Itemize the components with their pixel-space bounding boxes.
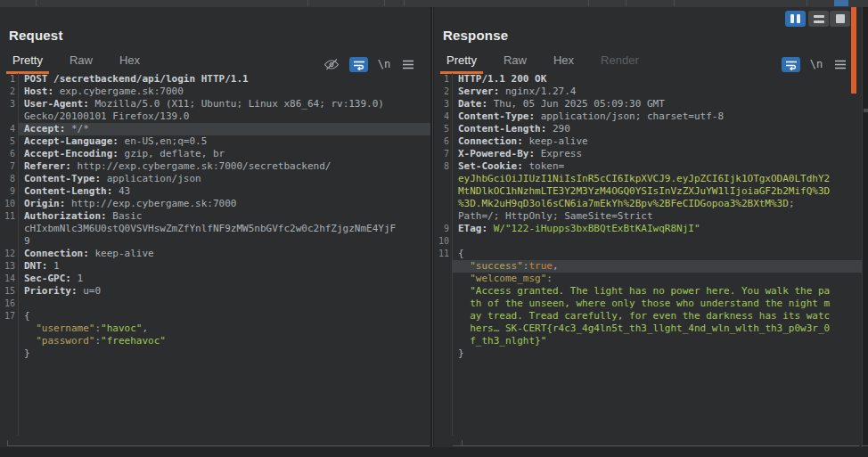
line-number <box>0 322 19 335</box>
code-line: 6Accept-Encoding: gzip, deflate, br <box>0 148 430 160</box>
code-text: th of the unseen, where only those who u… <box>453 298 862 310</box>
tab-pretty[interactable]: Pretty <box>12 51 43 69</box>
code-line: 17{ <box>0 310 430 322</box>
line-number <box>0 223 19 235</box>
panel-splitter[interactable] <box>432 7 433 447</box>
code-text: hers… SK-CERT{r4c3_4g4ln5t_th3_llght_4nd… <box>453 322 862 335</box>
code-line: "success":true, <box>434 260 862 273</box>
code-line: 7X-Powered-By: Express <box>434 148 862 160</box>
layout-columns-button[interactable] <box>785 11 806 27</box>
column-divider[interactable] <box>588 0 589 6</box>
code-line: "welcome_msg": <box>434 273 862 285</box>
layout-rows-button[interactable] <box>808 11 829 27</box>
code-line: "username":"havoc", <box>0 322 430 335</box>
line-number: 7 <box>0 160 19 173</box>
code-line: 13DNT: 1 <box>0 260 430 273</box>
code-line: Gecko/20100101 Firefox/139.0 <box>0 110 430 123</box>
line-number <box>434 310 453 322</box>
tab-hex[interactable]: Hex <box>119 51 140 69</box>
code-line: 9Content-Length: 43 <box>0 185 430 198</box>
column-divider[interactable] <box>807 0 807 6</box>
newline-toggle[interactable]: \n <box>377 58 391 70</box>
code-text: Connection: keep-alive <box>19 248 430 260</box>
code-text: "welcome_msg": <box>453 273 862 285</box>
code-text: DNT: 1 <box>19 260 430 273</box>
layout-single-button[interactable] <box>830 11 850 27</box>
newline-label: \n <box>378 58 390 70</box>
code-line: 10 <box>434 235 862 248</box>
code-text: } <box>19 347 430 360</box>
code-text: Path=/; HttpOnly; SameSite=Strict <box>453 210 862 223</box>
code-text: Origin: http://exp.cybergame.sk:7000 <box>19 198 430 210</box>
line-number: 3 <box>434 98 453 110</box>
repeater-screen: Request PrettyRawHex \n 1POST /sec <box>0 0 868 457</box>
code-line: 5Accept-Language: en-US,en;q=0.5 <box>0 135 430 148</box>
tab-hex[interactable]: Hex <box>553 51 574 69</box>
newline-toggle[interactable]: \n <box>809 58 823 70</box>
code-text: Content-Type: application/json; charset=… <box>453 110 862 123</box>
hide-button[interactable] <box>323 57 340 71</box>
code-line: } <box>0 347 430 360</box>
line-number <box>434 298 453 310</box>
line-number: 10 <box>0 198 19 210</box>
code-text: Host: exp.cybergame.sk:7000 <box>19 86 430 98</box>
word-wrap-icon <box>353 60 365 70</box>
code-line: th of the unseen, where only those who u… <box>434 298 862 310</box>
column-divider[interactable] <box>404 0 405 6</box>
code-text: Set-Cookie: token= <box>453 160 862 173</box>
line-number <box>434 322 453 335</box>
response-editor[interactable]: 1HTTP/1.1 200 OK2Server: nginx/1.27.43Da… <box>434 73 862 360</box>
line-number: 16 <box>0 298 19 310</box>
code-text: f_th3_nlght}" <box>453 335 862 347</box>
column-divider[interactable] <box>384 0 385 6</box>
code-text: Server: nginx/1.27.4 <box>453 86 862 98</box>
code-text: ay tread. Tread carefully, for even the … <box>453 310 862 322</box>
line-number: 5 <box>434 123 453 135</box>
column-divider[interactable] <box>674 0 675 6</box>
line-number: 10 <box>434 235 453 248</box>
line-number <box>434 285 453 298</box>
line-number: 2 <box>434 86 453 98</box>
line-number: 11 <box>434 248 453 260</box>
code-text: MtNDlkOC1hNzhmLTE3Y2M3YzM4OGQ0YSIsInVzZX… <box>453 185 862 198</box>
code-line: 2Host: exp.cybergame.sk:7000 <box>0 86 430 98</box>
code-line: hers… SK-CERT{r4c3_4g4ln5t_th3_llght_4nd… <box>434 322 862 335</box>
code-line: 3User-Agent: Mozilla/5.0 (X11; Ubuntu; L… <box>0 98 430 110</box>
code-line: 15Priority: u=0 <box>0 285 430 298</box>
code-text: Gecko/20100101 Firefox/139.0 <box>19 110 430 123</box>
code-line: } <box>434 347 862 360</box>
line-number <box>434 335 453 347</box>
line-number: 4 <box>434 110 453 123</box>
word-wrap-button[interactable] <box>349 57 368 72</box>
line-number: 2 <box>0 86 19 98</box>
response-panel-title: Response <box>443 28 508 43</box>
word-wrap-icon <box>785 60 798 70</box>
column-divider[interactable] <box>626 0 626 6</box>
tab-pretty[interactable]: Pretty <box>446 51 477 69</box>
request-editor[interactable]: 1POST /secretbackend/api/login HTTP/1.12… <box>0 73 430 360</box>
scrollbar-track-edge <box>862 7 863 447</box>
editor-menu-button[interactable] <box>833 59 848 70</box>
column-divider[interactable] <box>36 0 37 6</box>
response-scrollbar-thumb[interactable] <box>851 7 856 94</box>
scrollbar-mark <box>864 109 868 112</box>
code-text: Connection: keep-alive <box>453 135 862 148</box>
line-number: 17 <box>0 310 19 322</box>
code-line: 8Set-Cookie: token= <box>434 160 862 173</box>
line-number: 11 <box>0 210 19 223</box>
code-text: { <box>453 248 862 260</box>
code-text: ETag: W/"122-iHupps3bxBBQtExBtKAIwqR8NjI… <box>453 223 862 235</box>
code-line: 11{ <box>434 248 862 260</box>
line-number: 1 <box>434 73 453 86</box>
tab-raw[interactable]: Raw <box>70 51 93 69</box>
line-number <box>434 210 453 223</box>
code-line: 16 <box>0 298 430 310</box>
code-line: 12Connection: keep-alive <box>0 248 430 260</box>
code-text: "success":true, <box>453 260 862 273</box>
tab-raw[interactable]: Raw <box>504 51 527 69</box>
editor-menu-button[interactable] <box>401 59 415 70</box>
word-wrap-button[interactable] <box>782 57 800 72</box>
panel-footer-divider <box>7 445 430 446</box>
code-line: 5Content-Length: 290 <box>434 123 862 135</box>
column-divider[interactable] <box>307 0 308 6</box>
